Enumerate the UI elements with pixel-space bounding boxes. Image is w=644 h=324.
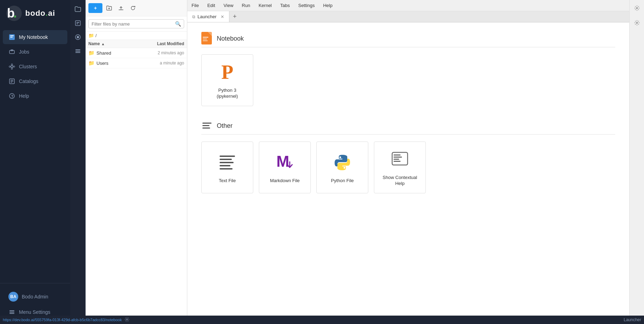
svg-rect-43 [394,157,402,158]
tab-close-icon[interactable]: ✕ [221,14,224,19]
status-bar: https://dev.bodo.ai/555759fa-013f-429d-a… [0,316,644,324]
folder-browser-btn[interactable] [72,3,84,15]
notebook-section-title: Notebook [217,35,244,42]
tab-add-button[interactable]: + [229,12,240,22]
status-settings-icon[interactable] [125,317,129,323]
svg-point-40 [344,167,346,168]
modified-column-header[interactable]: Last Modified [135,41,184,46]
jobs-nav-icon [8,48,15,55]
avatar: BA [8,292,18,302]
name-column-header[interactable]: Name ▲ [88,41,135,46]
right-settings-btn-bottom[interactable] [632,18,642,28]
svg-point-8 [11,66,13,68]
menu-edit[interactable]: Edit [203,0,219,11]
right-settings-btn-top[interactable] [632,3,642,13]
notebook-section-icon [201,33,213,44]
sidebar-item-clusters[interactable]: Clusters [3,60,67,74]
file-row[interactable]: 📁 Shared 2 minutes ago [86,48,187,58]
python-file-card[interactable]: Python File [316,142,368,193]
file-list-header: Name ▲ Last Modified [86,40,187,48]
clusters-nav-icon [8,63,15,70]
launcher-content: Notebook P Python 3(ipykernel) Other [187,22,629,324]
search-box: 🔍 [88,19,184,28]
sidebar-item-catalogs-label: Catalogs [19,78,38,84]
tab-launcher-label: Launcher [197,14,216,19]
user-item[interactable]: BA Bodo Admin [3,289,67,304]
svg-rect-20 [9,312,14,312]
menu-view[interactable]: View [219,0,237,11]
sidebar-item-notebook[interactable]: My Notebook [3,30,67,44]
folder-icon: 📁 [88,60,94,66]
modified-column-label: Last Modified [157,41,184,46]
markdown-file-card[interactable]: M Markdown File [259,142,311,193]
help-nav-icon: ? [8,92,15,99]
menu-help[interactable]: Help [319,0,337,11]
sidebar-item-clusters-label: Clusters [19,64,37,69]
menu-file[interactable]: File [187,0,203,11]
sidebar-item-help-label: Help [19,93,29,99]
markdown-file-icon: M [274,151,296,174]
menu-kernel[interactable]: Kernel [254,0,276,11]
menu-tabs[interactable]: Tabs [276,0,294,11]
svg-rect-36 [202,125,209,126]
svg-rect-42 [394,154,401,156]
running-sessions-btn[interactable] [72,17,84,29]
svg-rect-14 [11,80,13,81]
status-launcher-label: Launcher [624,317,641,322]
text-file-icon [216,151,239,174]
bodo-logo-icon: b . [6,5,22,22]
sidebar-item-jobs-label: Jobs [19,49,29,55]
hamburger-icon [8,309,15,316]
svg-rect-21 [9,313,14,314]
svg-rect-15 [11,81,13,82]
svg-rect-37 [202,127,210,129]
file-list: 📁 Shared 2 minutes ago 📁 Users a minute … [86,48,187,68]
python3-icon: P [216,61,239,83]
markdown-file-label: Markdown File [270,178,300,184]
status-url: https://dev.bodo.ai/555759fa-013f-429d-a… [3,318,122,322]
bodo-sidebar: b . bodo.ai My Notebook Jobs Clusters [0,0,70,324]
other-section-header: Other [201,120,615,135]
menu-run[interactable]: Run [237,0,254,11]
search-input[interactable] [92,21,175,27]
file-name: Shared [96,50,111,56]
python3-label: Python 3(ipykernel) [217,88,238,99]
svg-rect-23 [76,22,79,23]
catalogs-nav-icon [8,78,15,85]
file-modified-time: a minute ago [135,61,184,66]
list-btn[interactable] [72,45,84,57]
stop-btn[interactable] [72,31,84,43]
file-modified-time: 2 minutes ago [135,50,184,55]
sidebar-item-help[interactable]: ? Help [3,89,67,103]
tab-launcher-icon: ⧉ [192,14,195,19]
contextual-help-icon [389,148,411,171]
notebook-nav-icon [8,34,15,41]
tab-launcher[interactable]: ⧉ Launcher ✕ [187,11,229,22]
file-name: Users [96,61,108,66]
nav-items: My Notebook Jobs Clusters Catalogs ? Hel… [0,27,70,283]
new-button-icon: + [94,5,97,11]
upload-button[interactable] [116,3,126,13]
svg-rect-45 [394,161,401,162]
python3-card[interactable]: P Python 3(ipykernel) [201,54,253,106]
other-section-title: Other [217,122,233,130]
name-column-label: Name [88,41,100,46]
logo-container: b . bodo.ai [0,0,70,27]
svg-rect-34 [203,40,208,41]
text-file-card[interactable]: Text File [201,142,253,193]
svg-rect-29 [75,52,80,53]
folder-icon: 📁 [88,33,94,38]
file-row[interactable]: 📁 Users a minute ago [86,58,187,68]
folder-icon: 📁 [88,50,94,56]
sidebar-item-jobs[interactable]: Jobs [3,45,67,59]
new-folder-button[interactable] [104,3,114,13]
sidebar-item-catalogs[interactable]: Catalogs [3,74,67,88]
svg-rect-44 [394,159,399,160]
breadcrumb-path: / [95,33,97,38]
svg-rect-24 [76,23,78,24]
refresh-button[interactable] [128,3,138,13]
svg-rect-22 [75,21,80,26]
contextual-help-card[interactable]: Show Contextual Help [374,142,426,193]
menu-settings[interactable]: Settings [294,0,319,11]
new-launcher-button[interactable]: + [88,3,102,13]
